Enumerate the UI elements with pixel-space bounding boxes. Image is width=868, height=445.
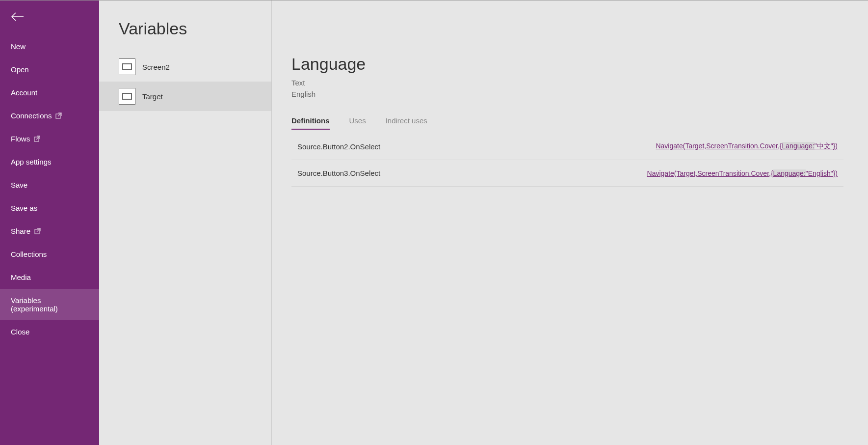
external-link-icon — [34, 136, 40, 142]
sidebar-item-share[interactable]: Share — [0, 220, 99, 243]
external-link-icon — [34, 228, 41, 234]
sidebar-item-new[interactable]: New — [0, 35, 99, 58]
screen-icon — [119, 88, 135, 105]
list-item-screen2[interactable]: Screen2 — [99, 52, 271, 82]
external-link-icon — [55, 112, 62, 119]
formula-suffix: "English"}) — [806, 169, 838, 177]
definition-row: Source.Button2.OnSelectNavigate(Target,S… — [291, 133, 843, 160]
definition-row: Source.Button3.OnSelectNavigate(Target,S… — [291, 160, 843, 187]
sidebar-item-label: Close — [11, 328, 29, 336]
tab-indirect-uses[interactable]: Indirect uses — [386, 116, 427, 130]
sidebar-item-app-settings[interactable]: App settings — [0, 150, 99, 173]
list-panel-title: Variables — [99, 0, 271, 52]
sidebar-item-label: Share — [11, 227, 30, 235]
sidebar-item-label: Open — [11, 65, 29, 74]
detail-type: Text — [291, 78, 843, 89]
sidebar-item-label: Collections — [11, 250, 47, 258]
sidebar-item-label: Connections — [11, 111, 52, 120]
formula-suffix: "中文"}) — [815, 142, 838, 150]
tab-uses[interactable]: Uses — [349, 116, 366, 130]
sidebar-item-save-as[interactable]: Save as — [0, 196, 99, 220]
sidebar-item-label: Flows — [11, 135, 30, 143]
svg-line-4 — [36, 136, 40, 139]
formula-highlight: Language: — [773, 169, 806, 177]
svg-line-6 — [37, 228, 40, 232]
sidebar-item-label: App settings — [11, 158, 52, 166]
svg-line-2 — [58, 113, 61, 116]
detail-panel: Language Text English DefinitionsUsesInd… — [272, 0, 868, 445]
back-button[interactable] — [0, 0, 99, 35]
back-arrow-icon — [11, 12, 25, 24]
screen-icon — [119, 58, 135, 75]
sidebar-item-save[interactable]: Save — [0, 173, 99, 196]
sidebar-item-label: Media — [11, 273, 31, 281]
detail-tabs: DefinitionsUsesIndirect uses — [291, 116, 843, 130]
definition-formula-link[interactable]: Navigate(Target,ScreenTransition.Cover,{… — [656, 142, 838, 151]
detail-title: Language — [291, 55, 843, 74]
sidebar-item-connections[interactable]: Connections — [0, 104, 99, 127]
tab-definitions[interactable]: Definitions — [291, 116, 330, 130]
definitions-list: Source.Button2.OnSelectNavigate(Target,S… — [291, 133, 843, 187]
sidebar-item-label: Save as — [11, 204, 37, 212]
definition-source: Source.Button3.OnSelect — [297, 169, 380, 177]
detail-value: English — [291, 89, 843, 100]
sidebar-item-account[interactable]: Account — [0, 81, 99, 104]
definition-source: Source.Button2.OnSelect — [297, 142, 380, 151]
list-item-label: Screen2 — [142, 63, 170, 71]
sidebar-item-variables-experimental-[interactable]: Variables (experimental) — [0, 289, 99, 320]
list-item-label: Target — [142, 92, 163, 101]
sidebar-item-label: New — [11, 42, 26, 51]
list-panel: Variables Screen2Target — [99, 0, 272, 445]
sidebar-item-media[interactable]: Media — [0, 266, 99, 289]
list-item-target[interactable]: Target — [99, 82, 271, 111]
sidebar-item-close[interactable]: Close — [0, 320, 99, 343]
sidebar-item-open[interactable]: Open — [0, 58, 99, 81]
sidebar-item-flows[interactable]: Flows — [0, 127, 99, 150]
sidebar-item-label: Variables (experimental) — [11, 296, 88, 313]
sidebar: NewOpenAccountConnectionsFlowsApp settin… — [0, 0, 99, 445]
sidebar-item-label: Save — [11, 181, 27, 189]
app-root: NewOpenAccountConnectionsFlowsApp settin… — [0, 0, 868, 445]
formula-prefix: Navigate(Target,ScreenTransition.Cover,{ — [647, 169, 773, 177]
formula-highlight: Language: — [782, 142, 815, 150]
formula-prefix: Navigate(Target,ScreenTransition.Cover,{ — [656, 142, 782, 150]
sidebar-item-collections[interactable]: Collections — [0, 243, 99, 266]
sidebar-item-label: Account — [11, 88, 37, 97]
definition-formula-link[interactable]: Navigate(Target,ScreenTransition.Cover,{… — [647, 169, 838, 177]
